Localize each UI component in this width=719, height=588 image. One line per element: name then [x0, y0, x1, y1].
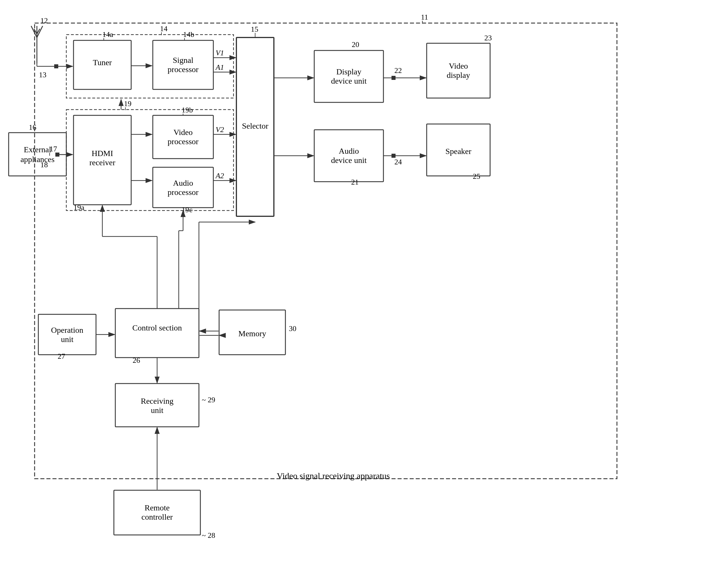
- remote-label1: Remote: [144, 503, 170, 512]
- ref-23: 23: [484, 34, 492, 42]
- hdmi-label2: receiver: [89, 158, 115, 167]
- operation-label2: unit: [61, 335, 73, 344]
- ref-13: 13: [39, 71, 46, 79]
- ref-24: 24: [395, 158, 402, 166]
- video-display-label1: Video: [449, 61, 468, 70]
- selector-label: Selector: [242, 121, 269, 130]
- display-device-label2: device unit: [331, 77, 367, 85]
- memory-label: Memory: [238, 329, 266, 338]
- svg-rect-0: [0, 0, 719, 588]
- v2-label: V2: [216, 125, 224, 134]
- signal-processor-label: Signal: [173, 56, 193, 65]
- remote-label2: controller: [142, 512, 173, 521]
- operation-label1: Operation: [51, 326, 83, 335]
- tuner-label: Tuner: [93, 58, 112, 67]
- ref-19a: 19a: [73, 203, 84, 212]
- ref-16: 16: [29, 123, 36, 131]
- receiving-label1: Receiving: [141, 397, 173, 405]
- video-display-label2: display: [447, 71, 470, 80]
- display-device-label1: Display: [336, 67, 361, 76]
- ref-14a: 14a: [102, 30, 113, 39]
- ref-27: 27: [58, 352, 65, 360]
- diagram: 11 14 19 Tuner 14a Signal processor 14b …: [0, 0, 719, 588]
- receiving-label2: unit: [151, 406, 164, 415]
- ref-26: 26: [133, 356, 140, 364]
- audio-processor-label1: Audio: [173, 178, 193, 187]
- v1-label: V1: [216, 49, 224, 57]
- ref-11: 11: [421, 13, 428, 21]
- ref-14b: 14b: [183, 30, 194, 39]
- ref-25: 25: [473, 172, 480, 181]
- speaker-label: Speaker: [445, 147, 472, 156]
- ref-22: 22: [395, 66, 402, 75]
- ref-15: 15: [251, 25, 258, 34]
- ref-21: 21: [351, 178, 359, 186]
- svg-rect-41: [55, 152, 59, 156]
- ref-30: 30: [289, 324, 296, 333]
- external-label1: External: [24, 145, 51, 154]
- control-label1: Control section: [132, 323, 182, 332]
- ref-18: 18: [40, 161, 48, 169]
- audio-device-label2: device unit: [331, 156, 367, 165]
- ref-28: ~ 28: [202, 531, 215, 540]
- hdmi-label1: HDMI: [92, 149, 113, 158]
- audio-device-label1: Audio: [339, 147, 359, 155]
- apparatus-label: Video signal receiving apparatus: [277, 471, 390, 480]
- a1-label: A1: [215, 63, 224, 71]
- audio-processor-label2: processor: [168, 188, 199, 197]
- signal-processor-label2: processor: [168, 65, 199, 74]
- svg-rect-34: [54, 64, 58, 68]
- ref-19b: 19b: [182, 106, 193, 114]
- ref-17: 17: [49, 145, 57, 153]
- a2-label: A2: [215, 172, 224, 180]
- ref-29: ~ 29: [202, 396, 215, 404]
- external-label2: appliances: [20, 155, 55, 164]
- ref-14: 14: [160, 24, 168, 33]
- ref-12: 12: [40, 17, 48, 25]
- video-processor-label1: Video: [173, 128, 193, 137]
- svg-rect-50: [392, 76, 396, 80]
- svg-rect-53: [392, 154, 396, 158]
- ref-20: 20: [352, 40, 359, 49]
- ref-19: 19: [124, 100, 131, 108]
- video-processor-label2: processor: [168, 137, 199, 146]
